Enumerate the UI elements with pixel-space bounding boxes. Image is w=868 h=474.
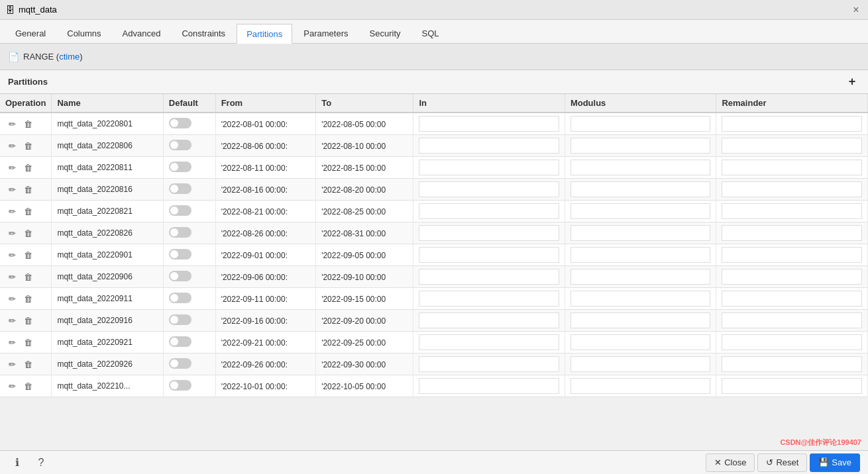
remainder-input-9[interactable] <box>722 312 862 328</box>
reset-button[interactable]: ↺ Reset <box>757 453 807 472</box>
col-modulus: Modulus <box>565 94 716 113</box>
in-input-1[interactable] <box>419 138 559 154</box>
edit-button-11[interactable]: ✏ <box>5 357 19 371</box>
in-input-10[interactable] <box>419 334 559 350</box>
tab-advanced[interactable]: Advanced <box>113 23 171 43</box>
modulus-input-9[interactable] <box>570 312 711 328</box>
default-toggle-8[interactable] <box>169 293 191 303</box>
delete-button-2[interactable]: 🗑 <box>21 161 34 174</box>
default-toggle-5[interactable] <box>169 227 191 238</box>
edit-button-12[interactable]: ✏ <box>5 379 19 393</box>
default-toggle-10[interactable] <box>169 336 191 347</box>
modulus-input-3[interactable] <box>570 181 711 197</box>
modulus-input-6[interactable] <box>570 247 711 263</box>
tab-general[interactable]: General <box>5 23 56 43</box>
modulus-input-7[interactable] <box>570 269 711 285</box>
modulus-cell-11 <box>565 354 716 375</box>
in-input-3[interactable] <box>419 181 559 197</box>
default-toggle-4[interactable] <box>169 205 191 216</box>
remainder-input-6[interactable] <box>722 247 862 263</box>
to-cell-4: '2022-08-25 00:00 <box>316 201 413 222</box>
default-toggle-0[interactable] <box>169 118 191 128</box>
title-bar-left: 🗄 mqtt_data <box>5 5 57 15</box>
edit-button-6[interactable]: ✏ <box>5 248 19 261</box>
delete-button-10[interactable]: 🗑 <box>21 336 34 349</box>
remainder-input-5[interactable] <box>722 225 862 241</box>
in-input-0[interactable] <box>419 116 559 132</box>
delete-button-0[interactable]: 🗑 <box>21 117 34 130</box>
tab-constraints[interactable]: Constraints <box>172 23 235 43</box>
default-toggle-12[interactable] <box>169 380 191 391</box>
modulus-input-2[interactable] <box>570 160 711 175</box>
in-input-8[interactable] <box>419 291 559 307</box>
in-input-11[interactable] <box>419 356 559 372</box>
delete-button-3[interactable]: 🗑 <box>21 183 34 196</box>
edit-button-4[interactable]: ✏ <box>5 205 19 218</box>
remainder-input-3[interactable] <box>722 181 862 197</box>
help-button[interactable]: ? <box>32 453 50 472</box>
modulus-input-0[interactable] <box>570 116 711 132</box>
modulus-input-11[interactable] <box>570 356 711 372</box>
in-input-7[interactable] <box>419 269 559 285</box>
edit-button-5[interactable]: ✏ <box>5 226 19 240</box>
default-toggle-2[interactable] <box>169 162 191 172</box>
default-cell-9 <box>163 310 215 332</box>
remainder-input-0[interactable] <box>722 116 862 132</box>
edit-button-0[interactable]: ✏ <box>5 117 19 130</box>
modulus-input-5[interactable] <box>570 225 711 241</box>
edit-button-9[interactable]: ✏ <box>5 314 19 327</box>
default-toggle-9[interactable] <box>169 314 191 325</box>
modulus-input-10[interactable] <box>570 334 711 350</box>
edit-button-7[interactable]: ✏ <box>5 270 19 283</box>
remainder-input-4[interactable] <box>722 203 862 219</box>
tab-partitions[interactable]: Partitions <box>237 24 292 44</box>
default-toggle-11[interactable] <box>169 358 191 369</box>
remainder-input-1[interactable] <box>722 138 862 154</box>
in-input-5[interactable] <box>419 225 559 241</box>
modulus-input-4[interactable] <box>570 203 711 219</box>
edit-button-3[interactable]: ✏ <box>5 183 19 196</box>
in-input-6[interactable] <box>419 247 559 263</box>
tab-columns[interactable]: Columns <box>57 23 111 43</box>
delete-button-1[interactable]: 🗑 <box>21 139 34 152</box>
remainder-input-11[interactable] <box>722 356 862 372</box>
remainder-input-8[interactable] <box>722 291 862 307</box>
default-toggle-7[interactable] <box>169 271 191 281</box>
info-button[interactable]: ℹ <box>8 453 27 472</box>
in-input-2[interactable] <box>419 160 559 175</box>
delete-button-7[interactable]: 🗑 <box>21 270 34 283</box>
in-input-12[interactable] <box>419 378 559 394</box>
modulus-input-12[interactable] <box>570 378 711 394</box>
delete-button-6[interactable]: 🗑 <box>21 248 34 261</box>
remainder-input-12[interactable] <box>722 378 862 394</box>
close-button[interactable]: ✕ Close <box>706 453 755 472</box>
remainder-input-7[interactable] <box>722 269 862 285</box>
add-partition-button[interactable]: + <box>844 74 860 90</box>
default-toggle-1[interactable] <box>169 140 191 150</box>
edit-button-1[interactable]: ✏ <box>5 139 19 152</box>
in-input-4[interactable] <box>419 203 559 219</box>
tab-security[interactable]: Security <box>360 23 411 43</box>
edit-button-8[interactable]: ✏ <box>5 292 19 305</box>
delete-button-11[interactable]: 🗑 <box>21 357 34 371</box>
modulus-input-1[interactable] <box>570 138 711 154</box>
delete-button-12[interactable]: 🗑 <box>21 379 34 393</box>
title-close-button[interactable]: × <box>849 3 863 17</box>
in-input-9[interactable] <box>419 312 559 328</box>
tab-parameters[interactable]: Parameters <box>294 23 358 43</box>
edit-button-10[interactable]: ✏ <box>5 336 19 349</box>
default-toggle-6[interactable] <box>169 249 191 260</box>
delete-button-9[interactable]: 🗑 <box>21 314 34 327</box>
save-button[interactable]: 💾 Save <box>810 453 860 472</box>
modulus-input-8[interactable] <box>570 291 711 307</box>
default-cell-5 <box>163 222 215 244</box>
delete-button-8[interactable]: 🗑 <box>21 292 34 305</box>
tab-sql[interactable]: SQL <box>412 23 449 43</box>
default-toggle-3[interactable] <box>169 183 191 194</box>
delete-button-5[interactable]: 🗑 <box>21 226 34 240</box>
delete-button-4[interactable]: 🗑 <box>21 205 34 218</box>
remainder-input-2[interactable] <box>722 160 862 175</box>
col-name: Name <box>52 94 163 113</box>
remainder-input-10[interactable] <box>722 334 862 350</box>
edit-button-2[interactable]: ✏ <box>5 161 19 174</box>
